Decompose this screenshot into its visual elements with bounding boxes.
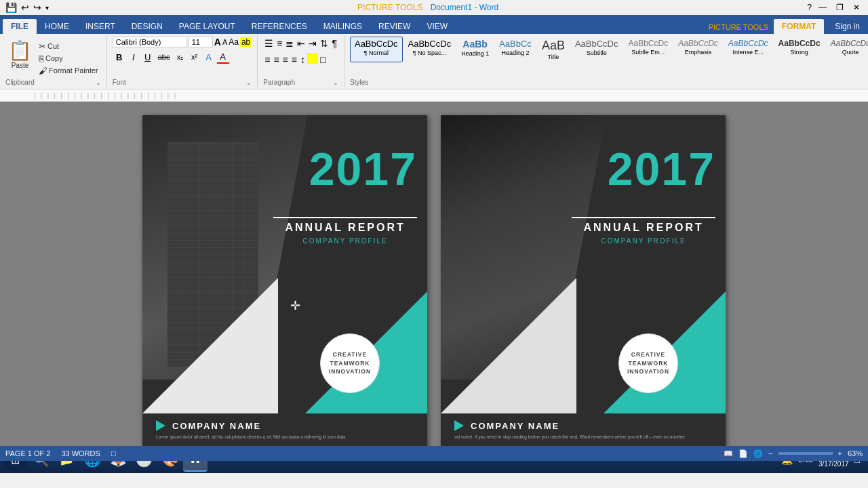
zoom-in-button[interactable]: + xyxy=(838,449,842,458)
badge-line3-2: INNOVATION xyxy=(627,367,669,376)
style-heading1-preview: AaBb xyxy=(462,39,488,49)
copy-label: Copy xyxy=(45,54,63,62)
shading-button[interactable] xyxy=(307,53,318,64)
doc-title: Document1 - Word xyxy=(431,3,498,12)
view-read-button[interactable]: 📖 xyxy=(724,449,733,458)
font-color-button[interactable]: A xyxy=(216,50,230,64)
picture-tools-tab-label: PICTURE TOOLS xyxy=(703,20,774,34)
style-heading2-label: Heading 2 xyxy=(502,49,530,56)
shrink-font-button[interactable]: A xyxy=(222,38,227,46)
justify-button[interactable]: ≡ xyxy=(290,53,298,66)
sign-in-button[interactable]: Sign in xyxy=(829,19,865,34)
badge-line2-2: TEAMWORK xyxy=(629,359,669,368)
sort-button[interactable]: ⇅ xyxy=(319,37,330,50)
numbering-button[interactable]: ≡ xyxy=(275,37,283,50)
year-text-2: 2017 xyxy=(608,142,715,195)
style-quote-preview: AaBbCcDc xyxy=(831,39,868,48)
grow-font-button[interactable]: A xyxy=(214,37,221,47)
style-no-spacing[interactable]: AaBbCcDc ¶ No Spac... xyxy=(403,37,456,62)
tab-view[interactable]: VIEW xyxy=(418,19,456,34)
decrease-indent-button[interactable]: ⇤ xyxy=(296,37,307,50)
help-icon[interactable]: ? xyxy=(807,3,812,12)
tab-format[interactable]: FORMAT xyxy=(774,19,824,34)
badge-line3-1: INNOVATION xyxy=(329,367,371,376)
style-heading2[interactable]: AaBbCc Heading 2 xyxy=(494,37,536,62)
lang-icon[interactable]: □ xyxy=(111,449,116,458)
border-button[interactable]: □ xyxy=(319,53,327,66)
page-info: PAGE 1 OF 2 xyxy=(5,449,50,458)
document-page-2[interactable]: ◫ ▤ 2017 ANNUAL REPORT COMPANY PROFILE xyxy=(441,115,726,458)
minimize-button[interactable]: — xyxy=(816,3,829,12)
line-spacing-button[interactable]: ↕ xyxy=(299,53,307,66)
format-painter-button[interactable]: 🖌 Format Painter xyxy=(36,65,101,77)
highlight-button[interactable]: ab xyxy=(240,37,252,47)
status-bar: PAGE 1 OF 2 33 WORDS □ 📖 📄 🌐 − + 63% xyxy=(0,446,868,461)
redo-qat-icon[interactable]: ↪ xyxy=(33,2,41,13)
superscript-button[interactable]: x² xyxy=(188,52,201,62)
multilevel-button[interactable]: ≣ xyxy=(284,37,295,50)
clear-format-button[interactable]: Aa xyxy=(229,37,239,47)
font-label: Font xyxy=(113,77,126,86)
tab-home[interactable]: HOME xyxy=(37,19,77,34)
circle-badge-1: CREATIVE TEAMWORK INNOVATION xyxy=(320,333,380,393)
tab-design[interactable]: DESIGN xyxy=(123,19,171,34)
font-name-input[interactable] xyxy=(113,37,187,47)
cut-icon: ✂ xyxy=(39,41,46,52)
paragraph-expand-icon[interactable]: ⌄ xyxy=(333,79,338,86)
style-heading1[interactable]: AaBb Heading 1 xyxy=(456,37,494,62)
paste-label: Paste xyxy=(12,62,29,69)
style-normal[interactable]: AaBbCcDc ¶ Normal xyxy=(350,37,403,62)
style-subtitle[interactable]: AaBbCcDc Subtitle xyxy=(570,37,623,62)
style-intense-em[interactable]: AaBbCcDc Intense E... xyxy=(724,37,773,62)
font-size-input[interactable] xyxy=(189,37,213,47)
copy-button[interactable]: ⎘ Copy xyxy=(36,53,101,64)
zoom-slider[interactable] xyxy=(778,452,833,455)
align-right-button[interactable]: ≡ xyxy=(281,53,290,66)
tab-mailings[interactable]: MAILINGS xyxy=(315,19,370,34)
show-formatting-button[interactable]: ¶ xyxy=(330,37,338,50)
font-expand-icon[interactable]: ⌄ xyxy=(246,79,252,86)
style-quote[interactable]: AaBbCcDc Quote xyxy=(826,37,868,62)
style-intense-em-label: Intense E... xyxy=(732,49,764,56)
strikethrough-button[interactable]: abc xyxy=(155,52,173,62)
view-web-button[interactable]: 🌐 xyxy=(753,449,763,458)
paste-icon: 📋 xyxy=(8,39,32,62)
align-center-button[interactable]: ≡ xyxy=(272,53,280,66)
style-subtle-em-label: Subtle Em... xyxy=(631,49,665,56)
text-effects-button[interactable]: A xyxy=(202,51,216,64)
play-icon-1 xyxy=(156,420,165,431)
format-painter-icon: 🖌 xyxy=(39,66,47,76)
italic-button[interactable]: I xyxy=(127,51,140,64)
document-page-1[interactable]: 2017 ANNUAL REPORT COMPANY PROFILE CREAT… xyxy=(142,115,427,458)
tab-references[interactable]: REFERENCES xyxy=(243,19,315,34)
tab-file[interactable]: FILE xyxy=(3,19,37,34)
zoom-out-button[interactable]: − xyxy=(768,449,772,458)
style-title[interactable]: AaB Title xyxy=(537,37,570,62)
increase-indent-button[interactable]: ⇥ xyxy=(307,37,318,50)
style-subtle-em[interactable]: AaBbCcDc Subtle Em... xyxy=(623,37,673,62)
underline-button[interactable]: U xyxy=(141,51,155,64)
clipboard-expand-icon[interactable]: ⌄ xyxy=(96,79,101,86)
company-profile-1: COMPANY PROFILE xyxy=(273,237,417,245)
tab-insert[interactable]: INSERT xyxy=(77,19,123,34)
paste-button[interactable]: 📋 Paste xyxy=(5,38,35,70)
tab-review[interactable]: REVIEW xyxy=(370,19,418,34)
align-left-button[interactable]: ≡ xyxy=(263,53,271,66)
subscript-button[interactable]: x₂ xyxy=(174,52,187,63)
style-emphasis[interactable]: AaBbCcDc Emphasis xyxy=(673,37,723,62)
tab-page-layout[interactable]: PAGE LAYOUT xyxy=(171,19,243,34)
ruler: | | | | | | | | | | | | | | | | | | | | … xyxy=(0,89,868,102)
style-strong[interactable]: AaBbCcDc Strong xyxy=(774,37,825,62)
cut-button[interactable]: ✂ Cut xyxy=(36,41,101,52)
restore-button[interactable]: ❐ xyxy=(833,3,846,12)
close-button[interactable]: ✕ xyxy=(850,3,863,12)
divider-line-2 xyxy=(572,217,715,218)
save-qat-icon[interactable]: 💾 xyxy=(5,2,17,13)
bold-button[interactable]: B xyxy=(113,51,126,64)
bullets-button[interactable]: ☰ xyxy=(263,37,275,50)
style-title-preview: AaB xyxy=(542,39,565,53)
badge-line2-1: TEAMWORK xyxy=(330,359,370,368)
view-print-button[interactable]: 📄 xyxy=(738,449,748,458)
font-group: A A Aa ab B I U abc x₂ x² A A Font ⌄ xyxy=(107,35,258,87)
undo-qat-icon[interactable]: ↩ xyxy=(21,2,29,13)
